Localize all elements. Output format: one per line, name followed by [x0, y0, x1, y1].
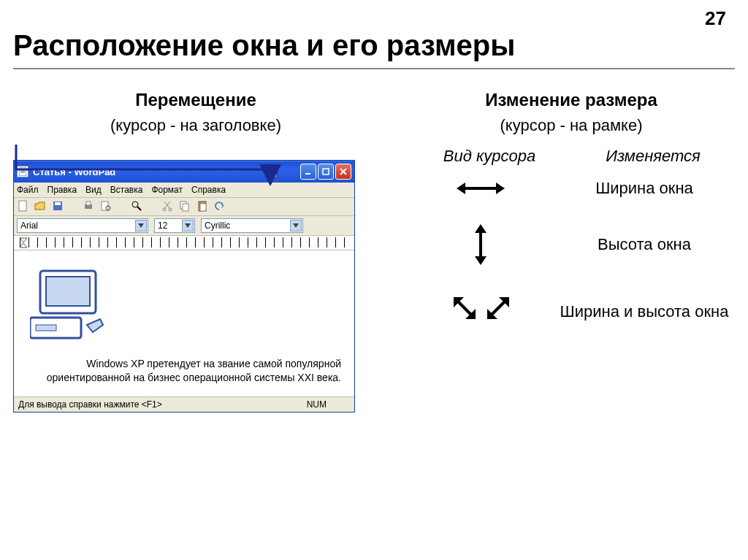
wordpad-formatbar: Arial 12 Cyrillic	[14, 216, 354, 236]
status-text: Для вывода справки нажмите <F1>	[18, 399, 295, 410]
maximize-button[interactable]	[318, 164, 334, 180]
cut-icon[interactable]	[161, 200, 175, 213]
cursor-row-diagonal: Ширина и высота окна	[408, 291, 735, 332]
size-combo[interactable]: 12	[154, 218, 195, 233]
print-icon[interactable]	[83, 200, 96, 213]
svg-rect-28	[36, 325, 56, 331]
table-col2: Изменяется	[571, 147, 735, 166]
preview-icon[interactable]	[100, 200, 113, 213]
title-underline	[13, 68, 735, 69]
svg-point-15	[132, 202, 138, 207]
charset-combo-value: Cyrillic	[205, 220, 230, 231]
paste-icon[interactable]	[196, 200, 210, 213]
svg-line-31	[457, 300, 473, 316]
menu-file[interactable]: Файл	[17, 185, 39, 195]
status-num: NUM	[295, 399, 338, 410]
chevron-down-icon[interactable]	[182, 220, 194, 231]
cursor-row-horizontal: Ширина окна	[408, 179, 735, 198]
wordpad-title: Статья - WordPad	[33, 166, 300, 177]
font-combo[interactable]: Arial	[17, 218, 148, 233]
wordpad-document[interactable]: Windows XP претендует на звание самой по…	[14, 250, 354, 396]
menu-edit[interactable]: Правка	[47, 185, 77, 195]
svg-rect-8	[19, 201, 26, 211]
left-sub: (курсор - на заголовке)	[13, 116, 378, 135]
save-icon[interactable]	[52, 200, 65, 213]
svg-rect-22	[183, 204, 188, 211]
svg-rect-12	[86, 202, 91, 205]
copy-icon[interactable]	[179, 200, 192, 213]
cursor-desc-both: Ширина и высота окна	[554, 302, 735, 321]
right-column: Изменение размера (курсор - на рамке) Ви…	[378, 90, 735, 413]
table-col1: Вид курсора	[408, 147, 571, 166]
resize-vertical-icon	[472, 223, 489, 266]
wordpad-window: Статья - WordPad Фа	[13, 160, 355, 413]
left-heading: Перемещение	[13, 90, 378, 110]
font-combo-value: Arial	[20, 220, 38, 231]
menu-view[interactable]: Вид	[85, 185, 102, 195]
svg-rect-26	[46, 277, 90, 306]
minimize-button[interactable]	[300, 164, 316, 180]
left-column: Перемещение (курсор - на заголовке) Стат…	[13, 90, 378, 413]
wordpad-ruler	[14, 236, 354, 250]
svg-rect-24	[200, 204, 206, 211]
new-file-icon[interactable]	[17, 200, 30, 213]
menu-help[interactable]: Справка	[191, 185, 226, 195]
resize-horizontal-icon	[455, 180, 506, 197]
cursor-row-vertical: Высота окна	[408, 223, 735, 266]
size-combo-value: 12	[158, 220, 167, 231]
page-number: 27	[705, 7, 726, 30]
wordpad-app-icon	[17, 166, 28, 177]
computer-clipart-icon	[30, 265, 118, 345]
menu-format[interactable]: Формат	[151, 185, 183, 195]
wordpad-toolbar	[14, 198, 354, 216]
resize-diagonal-icon	[448, 291, 514, 332]
find-icon[interactable]	[131, 200, 144, 213]
cursor-arrow-icon	[271, 165, 281, 178]
svg-rect-5	[323, 169, 329, 174]
close-button[interactable]	[335, 164, 351, 180]
document-text: Windows XP претендует на звание самой по…	[27, 357, 341, 385]
svg-line-32	[490, 300, 506, 316]
svg-line-16	[137, 207, 141, 210]
cursor-desc-height: Высота окна	[554, 235, 735, 254]
wordpad-titlebar[interactable]: Статья - WordPad	[14, 161, 354, 183]
ruler-indent-icon[interactable]	[18, 236, 28, 250]
menu-insert[interactable]: Вставка	[110, 185, 143, 195]
right-sub: (курсор - на рамке)	[408, 116, 735, 135]
wordpad-statusbar: Для вывода справки нажмите <F1> NUM	[14, 396, 354, 412]
svg-rect-0	[19, 167, 26, 176]
chevron-down-icon[interactable]	[290, 220, 302, 231]
chevron-down-icon[interactable]	[135, 220, 147, 231]
right-heading: Изменение размера	[408, 90, 735, 110]
wordpad-menu: Файл Правка Вид Вставка Формат Справка	[14, 183, 354, 198]
charset-combo[interactable]: Cyrillic	[201, 218, 303, 233]
undo-icon[interactable]	[214, 200, 227, 213]
slide-title: Расположение окна и его размеры	[13, 29, 748, 62]
open-file-icon[interactable]	[34, 200, 47, 213]
svg-rect-10	[55, 202, 61, 205]
cursor-desc-width: Ширина окна	[554, 179, 735, 198]
